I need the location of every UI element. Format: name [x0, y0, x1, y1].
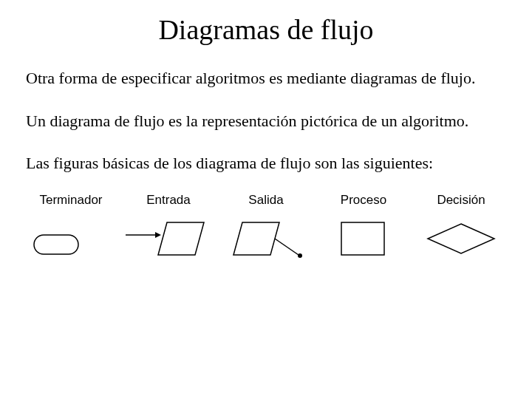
shape-decision: Decisión — [413, 193, 509, 268]
svg-marker-4 — [233, 222, 279, 255]
shape-output: Salida — [218, 193, 314, 268]
process-icon — [319, 216, 408, 268]
shape-terminator-label: Terminador — [39, 193, 102, 208]
svg-rect-0 — [34, 235, 78, 254]
svg-rect-7 — [341, 222, 384, 255]
shape-process: Proceso — [316, 193, 412, 268]
page-title: Diagramas de flujo — [0, 13, 532, 46]
svg-marker-3 — [158, 222, 204, 255]
output-icon — [222, 216, 310, 268]
svg-line-5 — [275, 239, 299, 255]
shape-terminator: Terminador — [23, 193, 119, 268]
decision-icon — [417, 216, 505, 268]
intro-paragraph-2: Un diagrama de flujo es la representació… — [26, 111, 506, 132]
shape-output-label: Salida — [248, 193, 283, 208]
shape-input-label: Entrada — [146, 193, 191, 208]
shape-decision-label: Decisión — [437, 193, 485, 208]
svg-marker-8 — [428, 224, 494, 253]
shape-process-label: Proceso — [341, 193, 386, 208]
input-icon — [124, 216, 213, 268]
terminator-icon — [27, 216, 115, 268]
shapes-row: Terminador Entrada Salida Proces — [22, 193, 510, 268]
svg-point-6 — [298, 253, 302, 258]
svg-marker-2 — [155, 232, 161, 238]
intro-paragraph-1: Otra forma de especificar algoritmos es … — [26, 68, 506, 89]
intro-paragraph-3: Las figuras básicas de los diagrama de f… — [26, 153, 506, 174]
shape-input: Entrada — [120, 193, 216, 268]
